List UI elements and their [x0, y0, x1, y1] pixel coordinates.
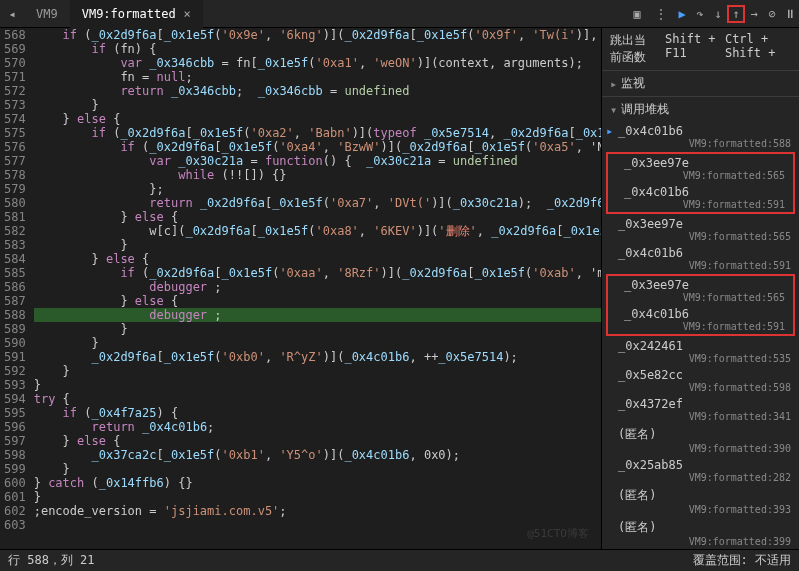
stack-frame[interactable]: _0x3ee97eVM9:formatted:565: [602, 215, 799, 244]
run-snippet-icon[interactable]: ▣: [627, 4, 647, 24]
stack-frame[interactable]: _0x3ee97eVM9:formatted:565: [608, 154, 793, 183]
stack-frame[interactable]: _0x4c01b6VM9:formatted:588: [602, 122, 799, 151]
more-tabs-icon[interactable]: ⋮: [651, 4, 671, 24]
debugger-sidebar: 跳出当前函数Shift + F11Ctrl + Shift + 监视 调用堆栈 …: [601, 28, 799, 549]
step-over-icon[interactable]: ↷: [691, 5, 709, 23]
stack-frame[interactable]: _0x3ee97eVM9:formatted:565: [608, 276, 793, 305]
tab-prev[interactable]: ◂: [2, 4, 22, 24]
tab-vm9[interactable]: VM9: [24, 0, 70, 28]
stack-frame[interactable]: (匿名)VM9:formatted:390: [602, 424, 799, 456]
stack-frame[interactable]: _0x242461VM9:formatted:535: [602, 337, 799, 366]
stack-frame[interactable]: _0x4c01b6VM9:formatted:591: [602, 244, 799, 273]
resume-icon[interactable]: ▶: [673, 5, 691, 23]
step-into-icon[interactable]: ↓: [709, 5, 727, 23]
close-icon[interactable]: ×: [184, 7, 191, 21]
coverage-info: 覆盖范围: 不适用: [693, 552, 791, 569]
stack-frame[interactable]: _0x4c01b6VM9:formatted:591: [608, 183, 793, 212]
callstack-section[interactable]: 调用堆栈: [602, 96, 799, 122]
tab-vm9-formatted[interactable]: VM9:formatted×: [70, 0, 203, 28]
watermark: @51CTO博客: [527, 526, 589, 541]
stack-frame[interactable]: _0x5e82ccVM9:formatted:598: [602, 366, 799, 395]
stack-frame[interactable]: (匿名)VM9:formatted:393: [602, 485, 799, 517]
line-gutter: 5685695705715725735745755765775785795805…: [0, 28, 34, 549]
stack-frame[interactable]: _0x4c01b6VM9:formatted:591: [608, 305, 793, 334]
deactivate-breakpoints-icon[interactable]: ⊘: [763, 5, 781, 23]
code-area[interactable]: if (_0x2d9f6a[_0x1e5f('0x9e', '6kng')](_…: [34, 28, 601, 549]
status-bar: 行 588，列 21 覆盖范围: 不适用: [0, 549, 799, 571]
main-area: 5685695705715725735745755765775785795805…: [0, 28, 799, 549]
cursor-position: 行 588，列 21: [8, 552, 95, 569]
step-icon[interactable]: →: [745, 5, 763, 23]
stack-frame[interactable]: _0x4372efVM9:formatted:341: [602, 395, 799, 424]
step-out-hint: 跳出当前函数Shift + F11Ctrl + Shift +: [602, 28, 799, 70]
stack-frame[interactable]: (匿名)VM9:formatted:399: [602, 517, 799, 549]
tab-bar: ◂ VM9 VM9:formatted× ▣ ⋮ ▶ ↷ ↓ ↑ → ⊘ ⏸: [0, 0, 799, 28]
pause-exceptions-icon[interactable]: ⏸: [781, 5, 799, 23]
stack-frame[interactable]: _0x25ab85VM9:formatted:282: [602, 456, 799, 485]
call-stack-list: _0x4c01b6VM9:formatted:588_0x3ee97eVM9:f…: [602, 122, 799, 549]
step-out-icon[interactable]: ↑: [727, 5, 745, 23]
watch-section[interactable]: 监视: [602, 70, 799, 96]
editor: 5685695705715725735745755765775785795805…: [0, 28, 601, 549]
